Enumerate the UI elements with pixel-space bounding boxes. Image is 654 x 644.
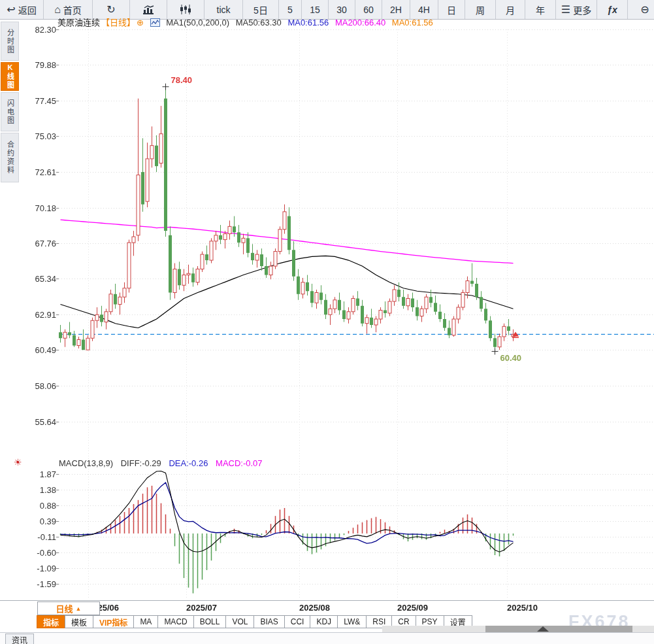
period-year-button[interactable]: 年	[525, 0, 556, 19]
news-tab[interactable]: 资讯	[5, 634, 34, 644]
indicator-tab-BOLL[interactable]: BOLL	[193, 615, 227, 628]
price-axis-label: 65.34	[22, 274, 56, 284]
ma-config-label: MA1(50,0,200,0)	[166, 18, 229, 27]
macd-axis-label: 1.38	[22, 485, 56, 495]
price-axis-label: 79.88	[22, 60, 56, 70]
macd-axis-label: 0.88	[22, 501, 56, 511]
indicator-fx-button[interactable]: ƒx	[597, 0, 628, 19]
period-selector[interactable]: 日线 ▲	[37, 602, 100, 615]
zoom-out-icon: ⊖	[640, 5, 649, 15]
indicator-tab-KDJ[interactable]: KDJ	[310, 615, 338, 628]
more-button[interactable]: ☰更多	[556, 0, 597, 19]
price-axis-label: 77.45	[22, 96, 56, 106]
indicator-tab-LW&[interactable]: LW&	[337, 615, 367, 628]
back-button[interactable]: ↩返回	[0, 0, 44, 19]
indicator-tab-MACD[interactable]: MACD	[157, 615, 193, 628]
period-week-button[interactable]: 周	[465, 0, 496, 19]
indicator-tab-CCI[interactable]: CCI	[284, 615, 311, 628]
indicator-tab-MA[interactable]: MA	[133, 615, 158, 628]
sidebar-item-2[interactable]: 闪电图	[1, 92, 19, 131]
date-axis-label: 2025/07	[186, 603, 217, 613]
charting-app-window: ↩返回 ⌂首页 ↻ tick 5日 5 15 30 60 2H 4H 日 周 月…	[0, 0, 654, 644]
ma0-blue-value: MA0:61.56	[287, 18, 329, 27]
macd-axis-label: 0.39	[22, 517, 56, 526]
indicator-tab-VIP指标[interactable]: VIP指标	[93, 615, 134, 628]
ma200-value: MA200:66.40	[335, 18, 385, 27]
date-axis-label: 2025/08	[299, 603, 330, 613]
price-macd-chart[interactable]	[0, 0, 654, 644]
indicator-tab-VOL[interactable]: VOL	[225, 615, 254, 628]
period-badge: 【日线】	[101, 18, 135, 27]
sidebar-item-0[interactable]: 分时图	[1, 22, 19, 61]
price-axis-label: 70.18	[22, 203, 56, 213]
refresh-icon: ↻	[106, 5, 115, 15]
candlestick-icon	[180, 5, 191, 14]
macd-axis-label: 1.87	[22, 469, 56, 479]
macd-axis-label: -1.09	[22, 564, 56, 573]
macd-dea-value: DEA:-0.26	[169, 458, 208, 468]
ma0-orange-value: MA0:61.56	[392, 18, 433, 27]
price-axis-label: 75.03	[22, 131, 56, 141]
price-chart-header: 美原油连续【日线】⊕ MA1(50,0,200,0) MA50:63.30 MA…	[57, 16, 437, 29]
axis-divider-line	[0, 600, 654, 601]
back-arrow-icon: ↩	[7, 5, 15, 15]
macd-axis-label: -0.60	[22, 548, 56, 558]
indicator-tab-模板[interactable]: 模板	[65, 615, 93, 628]
period-day-button[interactable]: 日	[438, 0, 465, 19]
chart-scrollbar-thumb[interactable]	[485, 626, 632, 632]
price-axis-label: 58.06	[22, 381, 56, 391]
indicator-settings-icon[interactable]: ☀	[14, 457, 22, 467]
period-selector-label: 日线	[56, 602, 73, 615]
indicator-tab-指标[interactable]: 指标	[37, 615, 65, 628]
price-axis-label: 82.30	[22, 25, 56, 35]
arrow-up-icon: ▲	[76, 605, 82, 612]
macd-macd-value: MACD:-0.07	[216, 458, 263, 468]
home-icon: ⌂	[54, 5, 61, 15]
macd-axis-label: -1.59	[22, 579, 56, 589]
price-axis-label: 55.64	[22, 417, 56, 427]
macd-axis-label: -0.11	[22, 532, 56, 542]
price-axis-label: 62.91	[22, 310, 56, 320]
sidebar-item-3[interactable]: 合约资料	[1, 133, 19, 182]
bottom-bar	[0, 632, 654, 644]
date-axis-label: 2025/09	[397, 603, 428, 613]
collapse-icon[interactable]: ⊕	[137, 18, 144, 27]
bar-chart-icon	[142, 5, 154, 14]
date-axis-label: 2025/10	[507, 603, 538, 613]
price-axis-label: 67.76	[22, 239, 56, 248]
price-axis-label: 72.61	[22, 167, 56, 177]
macd-diff-value: DIFF:-0.29	[121, 458, 161, 468]
scrollbar-handle-icon[interactable]	[537, 626, 549, 632]
symbol-name: 美原油连续	[57, 18, 100, 27]
ma-settings-icon[interactable]	[150, 18, 160, 29]
menu-icon: ☰	[561, 5, 570, 15]
macd-config-label: MACD(13,8,9)	[59, 458, 113, 468]
period-month-button[interactable]: 月	[496, 0, 525, 19]
price-axis-label: 60.49	[22, 345, 56, 355]
indicator-tab-BIAS[interactable]: BIAS	[253, 615, 284, 628]
sidebar-item-1[interactable]: K线图	[1, 62, 19, 91]
ma50-value: MA50:63.30	[236, 18, 282, 27]
macd-header: MACD(13,8,9) DIFF:-0.29 DEA:-0.26 MACD:-…	[59, 458, 268, 468]
zoom-out-button[interactable]: ⊖	[628, 0, 654, 19]
